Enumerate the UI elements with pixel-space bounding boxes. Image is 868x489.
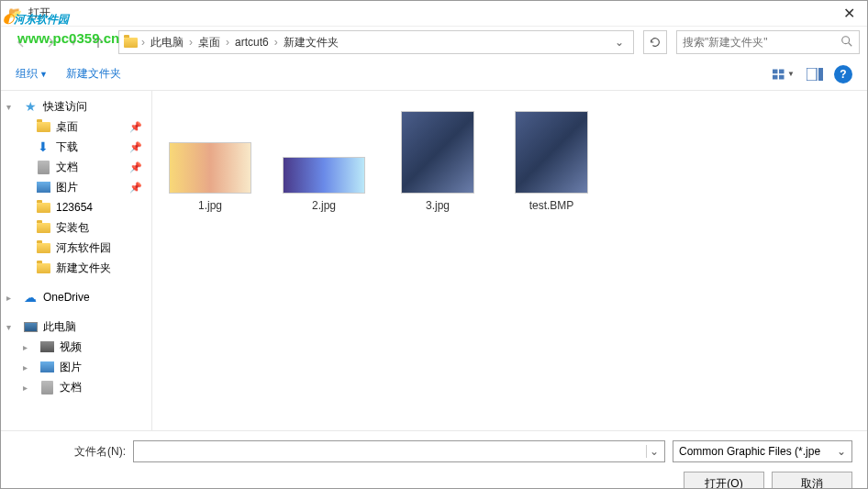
star-icon: ★: [23, 99, 38, 114]
file-item[interactable]: test.BMP: [503, 107, 600, 216]
pc-icon: [23, 319, 38, 334]
new-folder-button[interactable]: 新建文件夹: [66, 66, 121, 82]
sidebar-item-label: 图片: [60, 360, 82, 375]
expand-icon[interactable]: ▾: [6, 102, 17, 112]
sidebar-quick-access[interactable]: ▾ ★ 快速访问: [1, 96, 151, 117]
sidebar-item-label: 123654: [56, 201, 93, 214]
sidebar-new-folder[interactable]: 新建文件夹: [1, 258, 151, 278]
titlebar: 📂 打开 ✕: [1, 1, 867, 27]
sidebar-item-label: 桌面: [56, 119, 78, 135]
file-name: 1.jpg: [198, 199, 222, 212]
arrow-right-icon: [43, 35, 58, 50]
search-icon[interactable]: [840, 35, 853, 50]
filename-input[interactable]: [138, 445, 646, 458]
breadcrumb-seg[interactable]: 桌面: [196, 35, 222, 50]
sidebar-item-label: 新建文件夹: [56, 261, 111, 276]
file-name: test.BMP: [529, 199, 574, 212]
sidebar-install-pkg[interactable]: 安装包: [1, 217, 151, 238]
sidebar-item-label: 快速访问: [43, 99, 87, 115]
file-name: 2.jpg: [312, 199, 336, 212]
up-button[interactable]: [87, 31, 109, 53]
onedrive-icon: ☁: [23, 290, 38, 305]
sidebar-downloads[interactable]: ⬇ 下载 📌: [1, 137, 151, 157]
app-icon: 📂: [8, 6, 23, 21]
video-icon: [39, 339, 54, 354]
cancel-button[interactable]: 取消: [772, 472, 852, 489]
bottom-panel: 文件名(N): ⌄ Common Graphic Files (*.jpe ⌄ …: [1, 430, 867, 489]
sidebar-this-pc[interactable]: ▾ 此电脑: [1, 317, 151, 337]
file-type-filter[interactable]: Common Graphic Files (*.jpe ⌄: [673, 440, 852, 462]
file-item[interactable]: 3.jpg: [389, 107, 486, 216]
sidebar-hedong[interactable]: 河东软件园: [1, 238, 151, 258]
filename-combo[interactable]: ⌄: [133, 440, 665, 462]
sidebar-documents-pc[interactable]: ▸ 文档: [1, 377, 151, 397]
search-input[interactable]: [683, 36, 840, 49]
folder-icon: [36, 261, 50, 275]
file-item[interactable]: 1.jpg: [161, 107, 259, 216]
expand-icon[interactable]: ▸: [6, 293, 17, 303]
file-name: 3.jpg: [426, 199, 450, 212]
expand-icon[interactable]: ▸: [23, 383, 34, 393]
expand-icon[interactable]: ▸: [23, 342, 34, 352]
sidebar-documents[interactable]: 文档 📌: [1, 157, 151, 177]
expand-icon[interactable]: ▸: [23, 362, 34, 372]
chevron-down-icon: ▼: [787, 70, 795, 78]
file-item[interactable]: 2.jpg: [275, 107, 373, 216]
sidebar-videos[interactable]: ▸ 视频: [1, 337, 151, 357]
folder-icon: [36, 240, 50, 255]
svg-rect-3: [773, 74, 777, 79]
view-mode-button[interactable]: ▼: [772, 64, 796, 84]
svg-rect-6: [818, 68, 823, 81]
search-box[interactable]: [676, 30, 860, 54]
svg-rect-2: [779, 69, 784, 73]
sidebar-item-label: 文档: [60, 380, 82, 395]
folder-icon: [36, 119, 50, 134]
download-icon: ⬇: [36, 139, 50, 154]
filter-label: Common Graphic Files (*.jpe: [679, 445, 820, 458]
chevron-down-icon: ⌄: [837, 445, 846, 458]
toolbar: 组织 ▼ 新建文件夹 ▼ ?: [1, 58, 867, 91]
file-list[interactable]: 1.jpg 2.jpg 3.jpg test.BMP: [152, 91, 867, 430]
pin-icon: 📌: [129, 182, 142, 194]
document-icon: [36, 160, 50, 174]
svg-rect-1: [773, 69, 777, 73]
preview-pane-button[interactable]: [803, 64, 827, 84]
filename-label: 文件名(N):: [16, 444, 126, 460]
close-button[interactable]: ✕: [830, 1, 867, 27]
chevron-right-icon: ›: [271, 36, 282, 49]
sidebar-desktop[interactable]: 桌面 📌: [1, 117, 151, 137]
breadcrumb-seg[interactable]: 新建文件夹: [282, 35, 340, 50]
organize-menu[interactable]: 组织 ▼: [16, 66, 48, 82]
new-folder-label: 新建文件夹: [66, 66, 121, 82]
open-button[interactable]: 打开(O): [684, 472, 764, 489]
svg-rect-4: [779, 74, 784, 79]
chevron-right-icon: ›: [138, 36, 149, 49]
help-button[interactable]: ?: [834, 65, 852, 83]
breadcrumb-dropdown[interactable]: ⌄: [609, 36, 629, 49]
chevron-down-icon[interactable]: ⌄: [646, 445, 661, 458]
thumbnails-icon: [773, 68, 785, 81]
folder-icon: [123, 35, 138, 50]
recent-dropdown[interactable]: ▾: [67, 30, 80, 54]
sidebar-folder-123654[interactable]: 123654: [1, 197, 151, 217]
breadcrumb-seg[interactable]: 此电脑: [149, 35, 185, 50]
pictures-icon: [36, 180, 50, 194]
address-bar-row: ▾ › 此电脑 › 桌面 › artcut6 › 新建文件夹 ⌄: [1, 27, 867, 58]
breadcrumb-seg[interactable]: artcut6: [233, 36, 271, 49]
back-button[interactable]: [8, 30, 34, 54]
refresh-icon: [649, 36, 662, 49]
folder-icon: [36, 200, 50, 215]
document-icon: [39, 380, 54, 395]
sidebar-pictures-pc[interactable]: ▸ 图片: [1, 357, 151, 377]
preview-icon: [807, 68, 823, 81]
breadcrumb[interactable]: › 此电脑 › 桌面 › artcut6 › 新建文件夹 ⌄: [118, 30, 634, 54]
svg-point-0: [842, 36, 850, 43]
sidebar-pictures[interactable]: 图片 📌: [1, 177, 151, 197]
arrow-left-icon: [14, 35, 28, 50]
forward-button[interactable]: [38, 30, 63, 54]
sidebar-onedrive[interactable]: ▸ ☁ OneDrive: [1, 287, 151, 307]
sidebar-item-label: 视频: [60, 339, 82, 355]
refresh-button[interactable]: [643, 30, 667, 54]
pictures-icon: [39, 360, 54, 374]
expand-icon[interactable]: ▾: [6, 322, 17, 332]
